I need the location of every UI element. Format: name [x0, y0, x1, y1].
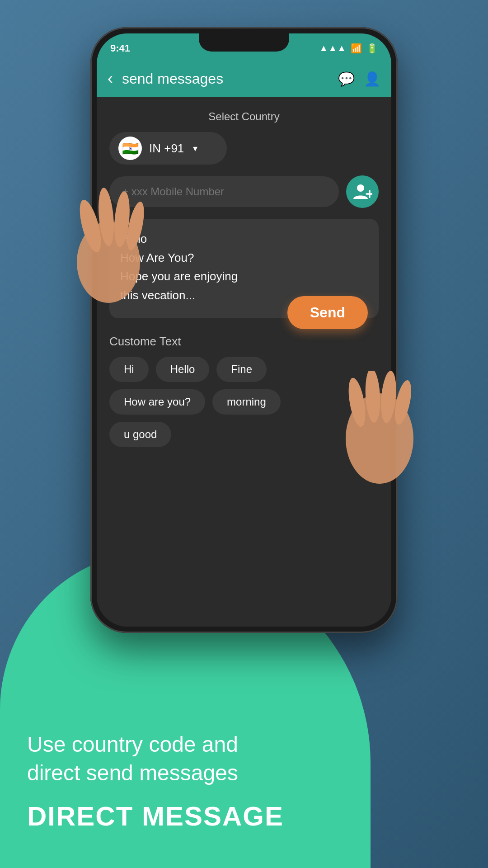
bottom-title: DIRECT MESSAGE: [27, 801, 289, 832]
phone-screen: 9:41 ▲▲▲ 📶 🔋 ‹ send messages 💬 👤 Select …: [97, 33, 391, 627]
back-button[interactable]: ‹: [108, 69, 113, 88]
country-dropdown-arrow: ▾: [193, 143, 197, 154]
custom-text-label: Custome Text: [109, 335, 379, 349]
country-selector[interactable]: 🇮🇳 IN +91 ▾: [109, 132, 227, 165]
battery-icon: 🔋: [366, 43, 378, 54]
hand-left-illustration: [63, 181, 154, 307]
add-contact-button[interactable]: [346, 175, 379, 208]
chat-icon[interactable]: 💬: [338, 71, 355, 87]
status-time: 9:41: [110, 40, 130, 54]
contacts-icon[interactable]: 👤: [364, 71, 380, 87]
send-button[interactable]: Send: [287, 296, 368, 329]
chip-how-are-you[interactable]: How are you?: [109, 389, 205, 415]
status-icons: ▲▲▲ 📶 🔋: [319, 41, 378, 54]
chip-hello[interactable]: Hello: [156, 357, 210, 382]
chip-u-good[interactable]: u good: [109, 422, 171, 447]
chip-morning[interactable]: morning: [212, 389, 281, 415]
hand-right-illustration: [334, 371, 425, 506]
phone-mockup: 9:41 ▲▲▲ 📶 🔋 ‹ send messages 💬 👤 Select …: [90, 27, 398, 633]
country-flag: 🇮🇳: [118, 137, 142, 160]
app-header: ‹ send messages 💬 👤: [97, 61, 391, 97]
chip-fine[interactable]: Fine: [216, 357, 267, 382]
header-title: send messages: [122, 71, 329, 87]
main-content: Select Country 🇮🇳 IN +91 ▾: [97, 97, 391, 627]
message-text[interactable]: HelloHow Are You?Hope you are enjoyingth…: [120, 230, 368, 305]
bottom-text-section: Use country code and direct send message…: [27, 731, 289, 832]
signal-icon: ▲▲▲: [319, 43, 346, 53]
svg-point-10: [357, 184, 364, 192]
wifi-icon: 📶: [351, 43, 362, 54]
phone-notch: [199, 33, 289, 52]
phone-shell: 9:41 ▲▲▲ 📶 🔋 ‹ send messages 💬 👤 Select …: [90, 27, 398, 633]
chip-hi[interactable]: Hi: [109, 357, 149, 382]
bottom-description: Use country code and direct send message…: [27, 731, 289, 787]
select-country-label: Select Country: [109, 110, 379, 123]
country-code: IN +91: [149, 142, 184, 156]
header-action-icons: 💬 👤: [338, 71, 380, 87]
